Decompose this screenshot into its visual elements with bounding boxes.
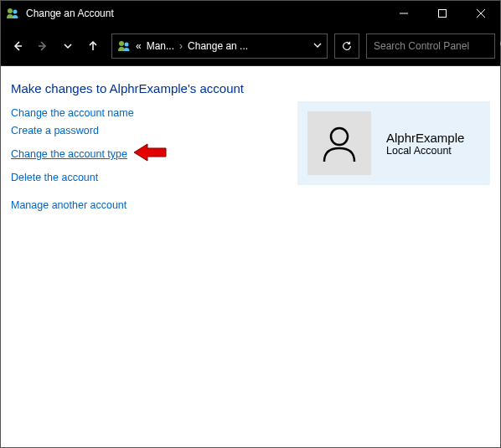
delete-account-link[interactable]: Delete the account [11,172,98,183]
account-info: AlphrExample Local Account [386,131,464,157]
svg-point-1 [13,10,18,14]
change-account-name-link[interactable]: Change the account name [11,107,134,119]
left-column: Make changes to AlphrExample's account C… [11,81,281,217]
account-card: AlphrExample Local Account [297,101,490,185]
breadcrumb-item[interactable]: Change an ... [188,40,248,52]
close-button[interactable] [462,1,500,26]
address-bar[interactable]: « Man... › Change an ... [111,33,328,59]
arrow-pointer-icon [132,142,168,166]
forward-button[interactable] [31,34,54,58]
window-title: Change an Account [26,8,385,19]
titlebar: Change an Account [1,1,500,26]
minimize-button[interactable] [385,1,423,26]
window: Change an Account [0,0,501,448]
toolbar: « Man... › Change an ... [1,26,500,66]
chevron-down-icon[interactable] [313,40,322,52]
chevron-right-icon: › [179,40,183,52]
account-type: Local Account [386,145,464,157]
up-button[interactable] [81,34,105,58]
back-button[interactable] [6,34,29,58]
refresh-button[interactable] [334,33,359,59]
svg-point-9 [119,41,124,46]
avatar [307,111,371,175]
recent-locations-button[interactable] [56,34,80,58]
svg-rect-3 [439,10,447,18]
breadcrumb-prefix: « [136,40,142,52]
user-accounts-icon [6,7,19,20]
change-account-type-link[interactable]: Change the account type [11,148,127,160]
page-title: Make changes to AlphrExample's account [11,81,281,95]
breadcrumb-item[interactable]: Man... [147,40,174,52]
window-controls [385,1,500,26]
content-area: Make changes to AlphrExample's account C… [1,66,500,447]
svg-point-10 [125,42,129,46]
create-password-link[interactable]: Create a password [11,125,99,136]
svg-point-13 [331,128,348,145]
user-accounts-icon [117,39,131,53]
maximize-button[interactable] [423,1,462,26]
manage-another-account-link[interactable]: Manage another account [11,199,127,211]
svg-point-0 [8,8,13,13]
search-box[interactable] [366,33,495,59]
account-name: AlphrExample [386,131,464,145]
search-input[interactable] [374,40,499,52]
